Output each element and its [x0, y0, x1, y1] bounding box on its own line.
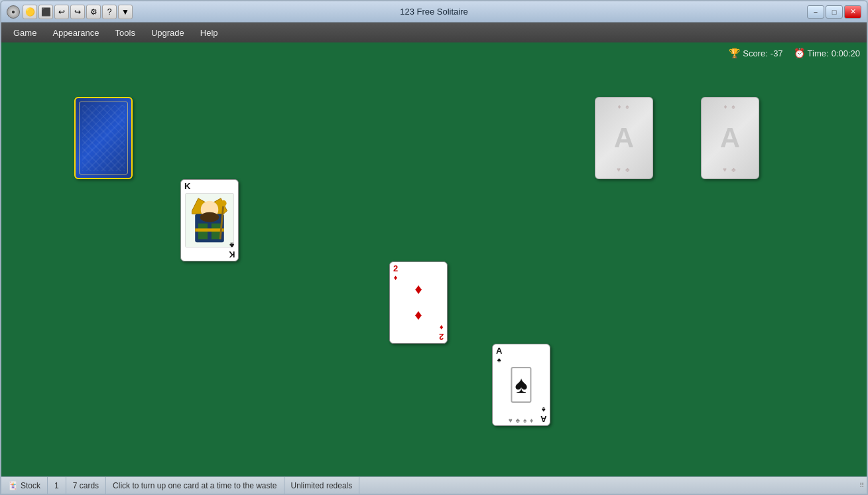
title-bar: ● 🟡 ⬛ ↩ ↪ ⚙ ? ▼ 123 Free Solitaire − □ ✕: [1, 1, 867, 23]
maximize-button[interactable]: □: [826, 5, 843, 19]
status-area-label: Stock: [21, 481, 40, 490]
window-controls: − □ ✕: [807, 5, 861, 19]
game-area[interactable]: K♣ ♣ ♣: [1, 42, 867, 476]
foundation-gray-a2: A: [720, 122, 740, 154]
time-label: Time:: [808, 48, 829, 58]
status-bar: 🃏 Stock 1 7 cards Click to turn up one c…: [1, 476, 867, 494]
card-2d-tl: 2♦: [393, 264, 398, 281]
foundation-gray-1[interactable]: A ♥ ♣ ♦ ♠: [595, 97, 653, 179]
status-count: 1: [48, 477, 66, 494]
toolbar-btn-redo[interactable]: ↪: [70, 5, 85, 19]
status-cards: 7 cards: [66, 477, 106, 494]
card-as-tl: A♠: [496, 346, 502, 364]
stock-pile[interactable]: [74, 97, 133, 179]
status-redeals: Unlimited redeals: [284, 477, 360, 494]
score-display: 🏆 Score: -37: [729, 48, 782, 58]
ace-spades-center: ♠: [511, 367, 531, 403]
score-value: -37: [771, 48, 783, 58]
menu-bar: Game Appearance Tools Upgrade Help: [1, 23, 867, 42]
status-icon: 🃏: [8, 481, 18, 490]
svg-point-11: [220, 200, 226, 206]
time-display: ⏰ Time: 0:00:20: [794, 48, 860, 58]
foundation-gray-suits1t: ♦ ♠: [617, 103, 630, 110]
toolbar-btn-help[interactable]: ?: [102, 5, 117, 19]
tableau-2-diamonds[interactable]: 2♦ ♦ ♦ 2♦: [389, 261, 448, 344]
pip-top: ♦: [414, 281, 422, 298]
status-hint: Click to turn up one card at a time to t…: [106, 477, 284, 494]
menu-upgrade[interactable]: Upgrade: [145, 27, 191, 39]
score-icon: 🏆: [729, 48, 740, 58]
clock-icon: ⏰: [794, 48, 805, 58]
svg-point-4: [200, 212, 219, 222]
waste-card-king-clubs[interactable]: K♣ ♣ ♣: [180, 179, 239, 261]
minimize-button[interactable]: −: [807, 5, 824, 19]
king-clubs-svg: ♣ ♣: [186, 193, 233, 248]
pip-bottom: ♦: [414, 307, 422, 324]
foundation-gray-a1: A: [614, 122, 634, 154]
card-as-br: A♠: [540, 406, 546, 423]
app-icon: ●: [7, 5, 20, 19]
card-back-pattern: [82, 105, 125, 171]
foundation-gray-suits1: ♥ ♣: [617, 166, 631, 173]
card-suit-dots: ♥ ♣ ♠ ♦: [509, 417, 534, 424]
card-2d-br: 2♦: [439, 324, 444, 341]
foundation-gray-suits2: ♥ ♣: [723, 166, 737, 173]
menu-appearance[interactable]: Appearance: [46, 27, 105, 39]
foundation-ace-spades[interactable]: A♠ ♠ ♥ ♣ ♠ ♦ A♠: [492, 344, 550, 426]
toolbar-btn-1[interactable]: 🟡: [23, 5, 37, 19]
menu-tools[interactable]: Tools: [109, 27, 142, 39]
toolbar-btn-2[interactable]: ⬛: [38, 5, 53, 19]
foundation-gray-2[interactable]: A ♥ ♣ ♦ ♠: [701, 97, 759, 179]
svg-rect-9: [195, 228, 224, 232]
status-grip: ⠿: [856, 477, 867, 494]
score-label: Score:: [743, 48, 768, 58]
menu-help[interactable]: Help: [194, 27, 225, 39]
menu-game[interactable]: Game: [7, 27, 43, 39]
main-window: ● 🟡 ⬛ ↩ ↪ ⚙ ? ▼ 123 Free Solitaire − □ ✕…: [0, 0, 868, 495]
score-bar: 🏆 Score: -37 ⏰ Time: 0:00:20: [729, 48, 860, 58]
card-rank-br: K♣: [229, 242, 235, 259]
title-bar-left: ● 🟡 ⬛ ↩ ↪ ⚙ ? ▼: [7, 5, 133, 19]
toolbar-btn-undo[interactable]: ↩: [54, 5, 69, 19]
toolbar-btn-settings[interactable]: ⚙: [86, 5, 101, 19]
foundation-gray-suits2t: ♦ ♠: [723, 103, 736, 110]
window-title: 123 Free Solitaire: [400, 7, 468, 17]
status-stock: 🃏 Stock: [1, 477, 48, 494]
close-button[interactable]: ✕: [844, 5, 861, 19]
toolbar-icons: 🟡 ⬛ ↩ ↪ ⚙ ? ▼: [23, 5, 133, 19]
time-value: 0:00:20: [832, 48, 860, 58]
toolbar-btn-more[interactable]: ▼: [118, 5, 133, 19]
face-art-king-clubs: ♣ ♣: [185, 193, 234, 248]
